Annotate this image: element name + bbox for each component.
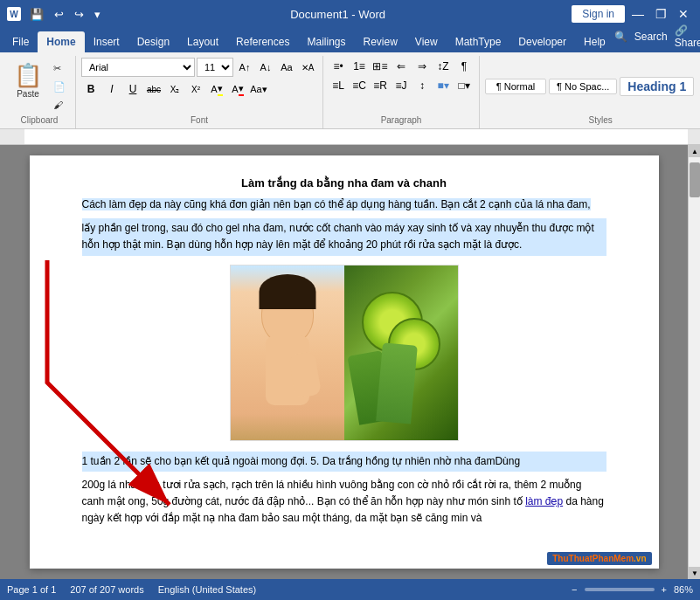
align-left-button[interactable]: ≡L — [329, 77, 348, 94]
word-icon: W — [7, 7, 21, 21]
app-title: Document1 - Word — [290, 8, 385, 21]
lam-dep-link[interactable]: làm đẹp — [525, 495, 563, 507]
font-color-button[interactable]: A▾ — [228, 80, 247, 98]
multilevel-list-button[interactable]: ⊞≡ — [371, 58, 390, 75]
tab-file[interactable]: File — [3, 31, 38, 52]
customize-quick-btn[interactable]: ▾ — [91, 6, 104, 23]
language-status: English (United States) — [158, 584, 257, 595]
styles-label: Styles — [485, 115, 700, 127]
italic-button[interactable]: I — [102, 80, 121, 98]
sort-button[interactable]: ↕Z — [433, 58, 453, 75]
scroll-up-button[interactable]: ▲ — [689, 145, 700, 157]
tab-developer[interactable]: Developer — [509, 31, 575, 52]
underline-button[interactable]: U — [123, 80, 142, 98]
doc-scroll-area[interactable]: Làm trắng da bằng nha đam và chanh Cách … — [0, 145, 688, 579]
title-bar-left: W 💾 ↩ ↪ ▾ — [7, 6, 104, 23]
scroll-thumb[interactable] — [690, 162, 700, 197]
title-bar: W 💾 ↩ ↪ ▾ Document1 - Word Sign in — ❐ ✕ — [0, 0, 700, 28]
font-shrink-button[interactable]: A↓ — [256, 59, 275, 76]
redo-quick-btn[interactable]: ↪ — [71, 6, 87, 23]
paste-button[interactable]: 📋 Paste — [9, 60, 47, 113]
justify-button[interactable]: ≡J — [392, 77, 411, 94]
style-nospace[interactable]: ¶ No Spac... — [549, 79, 617, 94]
font-label: Font — [81, 115, 317, 127]
numbering-button[interactable]: 1≡ — [350, 58, 369, 75]
document-para4: 200g lá nha đam tươi rửa sạch, rạch trên… — [82, 477, 606, 528]
svg-rect-1 — [24, 129, 688, 145]
document-image — [82, 265, 606, 443]
highlight-button[interactable]: A▾ — [207, 80, 226, 98]
change-case-button[interactable]: Aa — [277, 59, 296, 76]
font-grow-button[interactable]: A↑ — [235, 59, 254, 76]
share-label: 🔗 Share — [675, 24, 700, 49]
tab-view[interactable]: View — [406, 31, 447, 52]
tab-design[interactable]: Design — [128, 31, 178, 52]
page-status: Page 1 of 1 — [7, 584, 56, 595]
text-highlight-button[interactable]: Aa▾ — [249, 80, 268, 98]
superscript-button[interactable]: X² — [186, 80, 205, 98]
decrease-indent-button[interactable]: ⇐ — [392, 58, 411, 75]
ruler — [0, 129, 700, 145]
undo-quick-btn[interactable]: ↩ — [51, 6, 67, 23]
zoom-out-button[interactable]: − — [572, 584, 577, 595]
clipboard-content: 📋 Paste ✂ 📄 🖌 — [9, 58, 70, 115]
align-center-button[interactable]: ≡C — [350, 77, 369, 94]
tab-review[interactable]: Review — [354, 31, 405, 52]
style-normal[interactable]: ¶ Normal — [485, 79, 546, 94]
zoom-in-button[interactable]: + — [662, 584, 667, 595]
para-marks-button[interactable]: ¶ — [454, 58, 474, 75]
document-page: Làm trắng da bằng nha đam và chanh Cách … — [30, 155, 659, 569]
borders-button[interactable]: □▾ — [454, 77, 474, 94]
document-para3: 1 tuần 2 lần sẽ cho bạn kết quả ngoài mo… — [82, 452, 606, 472]
minimize-button[interactable]: — — [628, 4, 648, 24]
font-name-row: Arial 11 A↑ A↓ Aa ✕A — [81, 58, 317, 77]
close-button[interactable]: ✕ — [674, 4, 693, 24]
tab-references[interactable]: References — [227, 31, 298, 52]
increase-indent-button[interactable]: ⇒ — [412, 58, 432, 75]
ribbon-group-styles: ¶ Normal ¶ No Spac... Heading 1 ▾ Styles — [480, 56, 700, 128]
restore-button[interactable]: ❐ — [651, 4, 670, 24]
clear-format-button[interactable]: ✕A — [298, 59, 317, 76]
tab-layout[interactable]: Layout — [178, 31, 227, 52]
sign-in-button[interactable]: Sign in — [572, 5, 625, 23]
tab-help[interactable]: Help — [575, 31, 614, 52]
ribbon-group-paragraph: ≡• 1≡ ⊞≡ ⇐ ⇒ ↕Z ¶ ≡L ≡C ≡R ≡J ↕ ■▾ □▾ Pa… — [323, 56, 480, 128]
zoom-level: 86% — [674, 584, 693, 595]
cut-button[interactable]: ✂ — [49, 60, 70, 77]
copy-button[interactable]: 📄 — [49, 79, 70, 95]
watermark: ThuThuatPhanMem.vn — [547, 552, 651, 565]
search-icon[interactable]: 🔍 — [614, 31, 627, 43]
style-heading1[interactable]: Heading 1 — [620, 77, 694, 96]
status-bar: Page 1 of 1 207 of 207 words English (Un… — [0, 579, 700, 600]
font-size-select[interactable]: 11 — [197, 58, 233, 77]
ruler-marks — [12, 129, 688, 145]
bold-button[interactable]: B — [81, 80, 100, 98]
zoom-slider[interactable] — [585, 588, 655, 591]
styles-more-button[interactable]: ▾ — [697, 78, 700, 95]
font-name-select[interactable]: Arial — [81, 58, 195, 77]
ribbon-tabs: File Home Insert Design Layout Reference… — [0, 28, 700, 52]
document-para2: lấy phần gel trong, sau đó cho gel nha đ… — [82, 218, 606, 255]
scroll-down-button[interactable]: ▼ — [689, 567, 700, 579]
vertical-scrollbar[interactable]: ▲ ▼ — [688, 145, 700, 579]
format-painter-button[interactable]: 🖌 — [49, 97, 70, 113]
tab-mathtype[interactable]: MathType — [447, 31, 510, 52]
title-bar-center: Document1 - Word — [290, 8, 385, 21]
ruler-inner — [12, 129, 688, 144]
align-right-button[interactable]: ≡R — [371, 77, 390, 94]
tab-mailings[interactable]: Mailings — [298, 31, 354, 52]
strikethrough-button[interactable]: abc — [144, 80, 163, 98]
face-image — [231, 266, 344, 440]
line-spacing-button[interactable]: ↕ — [412, 77, 432, 94]
title-bar-right: Sign in — ❐ ✕ — [572, 4, 693, 24]
subscript-button[interactable]: X₂ — [165, 80, 184, 98]
document-para1: Cách làm đẹp da này cũng khá đơn giản nê… — [82, 197, 606, 213]
bullets-button[interactable]: ≡• — [329, 58, 348, 75]
search-ribbon-label[interactable]: Search — [634, 31, 668, 43]
shading-button[interactable]: ■▾ — [433, 77, 453, 94]
tab-home[interactable]: Home — [38, 31, 84, 52]
tab-insert[interactable]: Insert — [85, 31, 128, 52]
paragraph-label: Paragraph — [329, 115, 474, 127]
save-quick-btn[interactable]: 💾 — [26, 6, 47, 23]
ribbon-group-font: Arial 11 A↑ A↓ Aa ✕A B I U abc X₂ X² A▾ … — [76, 56, 323, 128]
